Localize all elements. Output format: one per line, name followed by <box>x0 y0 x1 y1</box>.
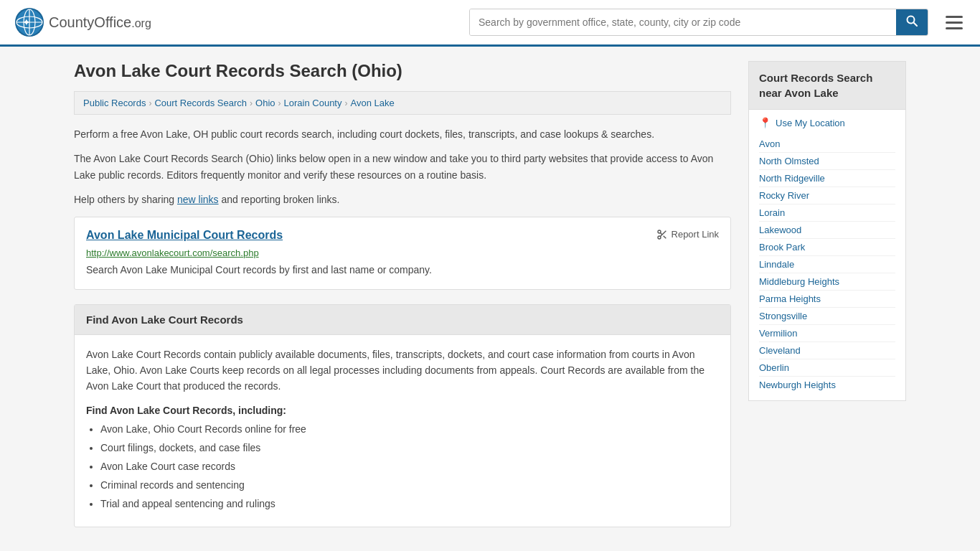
record-link-block: Avon Lake Municipal Court Records Report… <box>74 217 731 290</box>
sidebar-location-link[interactable]: North Olmsted <box>759 153 895 170</box>
search-button[interactable] <box>896 9 928 35</box>
sidebar-location-link[interactable]: Lorain <box>759 204 895 222</box>
sidebar-location-link[interactable]: Rocky River <box>759 187 895 204</box>
sidebar-location-link[interactable]: Middleburg Heights <box>759 273 895 291</box>
scissors-icon <box>656 229 668 240</box>
description-para2: The Avon Lake Court Records Search (Ohio… <box>74 151 731 183</box>
find-list-title: Find Avon Lake Court Records, including: <box>86 405 719 416</box>
description-para3: Help others by sharing new links and rep… <box>74 192 731 207</box>
logo-link[interactable]: ✦ CountyOffice.org <box>14 7 151 37</box>
breadcrumb-lorain-county[interactable]: Lorain County <box>284 98 342 108</box>
search-bar <box>469 9 928 36</box>
find-section-header: Find Avon Lake Court Records <box>75 305 730 335</box>
breadcrumb-court-records-search[interactable]: Court Records Search <box>154 98 247 108</box>
sidebar-location-link[interactable]: Avon <box>759 136 895 153</box>
sidebar-location-link[interactable]: Cleveland <box>759 342 895 359</box>
site-header: ✦ CountyOffice.org <box>0 0 980 47</box>
breadcrumb-avon-lake[interactable]: Avon Lake <box>350 98 394 108</box>
use-my-location-link[interactable]: 📍 Use My Location <box>759 117 895 128</box>
logo-org: .org <box>131 17 151 29</box>
sidebar-location-link[interactable]: Oberlin <box>759 359 895 377</box>
sidebar-location-link[interactable]: Linndale <box>759 256 895 273</box>
report-link-label: Report Link <box>672 229 719 240</box>
description-para1: Perform a free Avon Lake, OH public cour… <box>74 126 731 142</box>
record-title-link[interactable]: Avon Lake Municipal Court Records <box>86 229 283 242</box>
menu-line <box>946 22 963 24</box>
sidebar-location-link[interactable]: Parma Heights <box>759 291 895 308</box>
svg-point-10 <box>658 236 661 239</box>
find-list-item: Avon Lake, Ohio Court Records online for… <box>100 422 719 437</box>
breadcrumb: Public Records › Court Records Search › … <box>74 91 731 115</box>
svg-point-9 <box>658 230 661 233</box>
find-list-item: Trial and appeal sentencing and rulings <box>100 496 719 512</box>
sidebar: Court Records Search near Avon Lake 📍 Us… <box>748 61 906 527</box>
find-section: Find Avon Lake Court Records Avon Lake C… <box>74 304 731 527</box>
breadcrumb-sep: › <box>344 98 347 108</box>
report-link-button[interactable]: Report Link <box>656 229 719 240</box>
record-description: Search Avon Lake Municipal Court records… <box>86 263 719 278</box>
breadcrumb-ohio[interactable]: Ohio <box>255 98 275 108</box>
logo-text: CountyOffice.org <box>49 14 151 31</box>
sidebar-location-link[interactable]: Lakewood <box>759 222 895 239</box>
sidebar-location-link[interactable]: Brook Park <box>759 239 895 256</box>
sidebar-location-link[interactable]: Vermilion <box>759 325 895 342</box>
sidebar-location-link[interactable]: Newburgh Heights <box>759 377 895 393</box>
sidebar-location-link[interactable]: Strongsville <box>759 308 895 325</box>
find-section-body: Avon Lake Court Records contain publicly… <box>75 335 730 527</box>
breadcrumb-sep: › <box>149 98 151 108</box>
sidebar-content: 📍 Use My Location AvonNorth OlmstedNorth… <box>748 109 906 401</box>
find-list-item: Court filings, dockets, and case files <box>100 441 719 456</box>
location-pin-icon: 📍 <box>759 117 771 128</box>
main-content: Avon Lake Court Records Search (Ohio) Pu… <box>74 61 731 527</box>
main-wrapper: Avon Lake Court Records Search (Ohio) Pu… <box>60 47 920 542</box>
sidebar-location-link[interactable]: North Ridgeville <box>759 170 895 187</box>
search-icon <box>906 15 918 27</box>
breadcrumb-sep: › <box>250 98 253 108</box>
sidebar-header: Court Records Search near Avon Lake <box>748 61 906 109</box>
logo-county: CountyOffice <box>49 14 131 30</box>
find-list: Avon Lake, Ohio Court Records online for… <box>86 422 719 512</box>
new-links-link[interactable]: new links <box>177 194 219 205</box>
find-list-item: Criminal records and sentencing <box>100 478 719 493</box>
find-list-item: Avon Lake Court case records <box>100 459 719 474</box>
page-title: Avon Lake Court Records Search (Ohio) <box>74 61 731 81</box>
breadcrumb-sep: › <box>278 98 281 108</box>
hamburger-menu-button[interactable] <box>943 13 966 32</box>
svg-line-13 <box>660 232 662 235</box>
record-url-link[interactable]: http://www.avonlakecourt.com/search.php <box>86 248 719 258</box>
para3-prefix: Help others by sharing <box>74 194 177 205</box>
use-location-label: Use My Location <box>776 118 845 128</box>
breadcrumb-public-records[interactable]: Public Records <box>83 98 146 108</box>
svg-text:✦: ✦ <box>22 17 31 28</box>
svg-line-8 <box>914 23 918 27</box>
search-input[interactable] <box>470 9 896 35</box>
svg-line-12 <box>663 235 666 238</box>
find-description: Avon Lake Court Records contain publicly… <box>86 347 719 395</box>
para3-suffix: and reporting broken links. <box>219 194 340 205</box>
logo-icon: ✦ <box>14 7 44 37</box>
menu-line <box>946 27 963 29</box>
menu-line <box>946 16 963 18</box>
